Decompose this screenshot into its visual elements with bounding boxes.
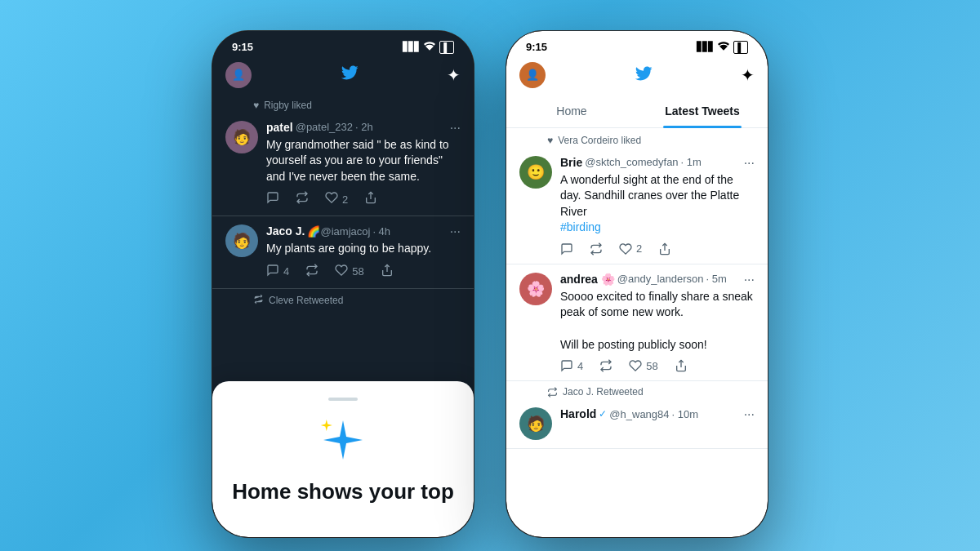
tweet-more-harold[interactable]: ··· <box>744 407 755 422</box>
phone-left: 9:15 ▋▋▋ ▌ 👤 ✦ <box>212 31 474 537</box>
tweet-name-patel: patel <box>266 121 293 134</box>
tweet-handle-andrea: @andy_landerson <box>617 273 704 285</box>
bottom-sheet-sparkle <box>229 417 457 473</box>
tweet-handle-harold: @h_wang84 <box>609 408 669 420</box>
tweet-more-patel[interactable]: ··· <box>450 121 461 136</box>
time-left: 9:15 <box>232 41 253 53</box>
like-count-jaco: 58 <box>352 265 363 278</box>
bottom-sheet-handle <box>328 398 358 401</box>
tweet-body-patel: patel @patel_232 · 2h ··· My grandmother… <box>266 121 461 208</box>
like-btn-brie[interactable]: 2 <box>619 242 642 256</box>
sparkle-btn-right[interactable]: ✦ <box>741 65 755 85</box>
reply-btn-jaco[interactable]: 4 <box>266 264 289 280</box>
tweet-actions-brie: 2 <box>560 242 755 256</box>
liked-user-left: Rigby liked <box>264 100 312 111</box>
tweet-jaco: 🧑 Jaco J. 🌈@iamjacoj · 4h ··· My plants … <box>212 216 474 289</box>
reply-count-andrea: 4 <box>577 360 583 372</box>
like-btn-jaco[interactable]: 58 <box>335 264 363 280</box>
tweet-name-andrea: andrea 🌸 <box>560 273 615 286</box>
twitter-logo-left <box>339 64 360 87</box>
tweet-handle-jaco: 🌈@iamjacoj <box>307 225 370 238</box>
tabs-right: Home Latest Tweets <box>506 95 768 128</box>
phone-right: 9:15 ▋▋▋ ▌ 👤 ✦ <box>506 31 768 537</box>
like-icon-patel <box>325 191 338 207</box>
tweet-actions-andrea: 4 58 <box>560 359 755 372</box>
tweet-header-patel: patel @patel_232 · 2h ··· <box>266 121 461 136</box>
retweet-notice-left: Cleve Retweeted <box>212 289 474 309</box>
like-icon-jaco <box>335 264 348 280</box>
battery-icon-left: ▌ <box>439 41 454 54</box>
wifi-icon-left <box>424 41 435 53</box>
phone-right-screen: 9:15 ▋▋▋ ▌ 👤 ✦ <box>506 31 768 537</box>
tweet-user-jaco: Jaco J. 🌈@iamjacoj · 4h <box>266 224 390 238</box>
bottom-sheet-title: Home shows your top <box>229 479 457 504</box>
reply-icon-patel <box>266 191 279 207</box>
tweet-handle-brie: @sktch_comedyfan <box>585 156 678 168</box>
tweet-more-jaco[interactable]: ··· <box>450 224 461 239</box>
retweet-icon-notice-left <box>253 294 264 307</box>
retweet-icon-patel <box>296 191 309 207</box>
tweet-time-patel: · 2h <box>355 121 373 133</box>
tab-latest-tweets[interactable]: Latest Tweets <box>637 95 768 127</box>
sparkle-btn-left[interactable]: ✦ <box>447 65 461 85</box>
tweet-avatar-jaco: 🧑 <box>225 224 258 257</box>
tweet-header-harold: Harold ✓ @h_wang84 · 10m ··· <box>560 407 755 422</box>
tweet-avatar-brie: 🙂 <box>519 156 552 189</box>
share-icon-jaco <box>381 264 394 280</box>
tweet-avatar-patel: 🧑 <box>225 121 258 153</box>
tweet-hashtag-brie[interactable]: #birding <box>560 220 601 233</box>
tweet-name-jaco: Jaco J. <box>266 224 305 238</box>
like-btn-patel[interactable]: 2 <box>325 191 348 207</box>
retweet-btn-andrea[interactable] <box>599 359 612 372</box>
tweet-brie: 🙂 Brie @sktch_comedyfan · 1m ··· A wonde… <box>506 148 768 264</box>
like-btn-andrea[interactable]: 58 <box>629 359 657 372</box>
liked-heart-right: ♥ <box>547 135 553 146</box>
status-icons-left: ▋▋▋ ▌ <box>403 41 454 54</box>
share-btn-brie[interactable] <box>658 242 671 256</box>
liked-notice-left: ♥ Rigby liked <box>212 95 474 113</box>
tweet-user-andrea: andrea 🌸 @andy_landerson · 5m <box>560 273 727 286</box>
retweet-btn-jaco[interactable] <box>305 264 318 280</box>
tweet-body-harold: Harold ✓ @h_wang84 · 10m ··· <box>560 407 755 440</box>
bottom-sheet: Home shows your top <box>212 381 474 537</box>
tweet-text-jaco: My plants are going to be happy. <box>266 241 461 257</box>
time-right: 9:15 <box>526 41 547 53</box>
tweet-time-jaco: · 4h <box>372 225 390 238</box>
reply-btn-brie[interactable] <box>560 242 573 256</box>
status-icons-right: ▋▋▋ ▌ <box>697 41 748 54</box>
retweet-icon-jaco <box>305 264 318 280</box>
tweet-avatar-andrea: 🌸 <box>519 273 552 305</box>
app-header-left: 👤 ✦ <box>212 57 474 95</box>
phone-left-screen: 9:15 ▋▋▋ ▌ 👤 ✦ <box>212 31 474 537</box>
reply-btn-patel[interactable] <box>266 191 279 207</box>
battery-icon-right: ▌ <box>733 41 748 54</box>
tweet-actions-patel: 2 <box>266 191 461 207</box>
header-avatar-right[interactable]: 👤 <box>519 62 546 88</box>
reply-btn-andrea[interactable]: 4 <box>560 359 583 372</box>
tweet-body-andrea: andrea 🌸 @andy_landerson · 5m ··· Soooo … <box>560 273 755 372</box>
share-btn-andrea[interactable] <box>675 359 688 372</box>
tweet-text-brie: A wonderful sight at the end of the day.… <box>560 172 755 236</box>
retweet-notice-right: Jaco J. Retweeted <box>506 381 768 399</box>
tweet-more-brie[interactable]: ··· <box>744 156 755 171</box>
tweet-handle-patel: @patel_232 <box>296 121 353 133</box>
tab-home[interactable]: Home <box>506 95 637 127</box>
phones-container: 9:15 ▋▋▋ ▌ 👤 ✦ <box>212 15 768 537</box>
tweet-header-jaco: Jaco J. 🌈@iamjacoj · 4h ··· <box>266 224 461 239</box>
tweet-time-brie: · 1m <box>681 156 702 168</box>
retweet-user-right: Jaco J. Retweeted <box>563 386 644 398</box>
signal-icon-left: ▋▋▋ <box>403 42 420 52</box>
wifi-icon-right <box>718 41 729 53</box>
retweet-btn-brie[interactable] <box>590 242 603 256</box>
tweet-header-andrea: andrea 🌸 @andy_landerson · 5m ··· <box>560 273 755 287</box>
share-btn-jaco[interactable] <box>381 264 394 280</box>
retweet-user-left: Cleve Retweeted <box>269 295 343 306</box>
tweet-more-andrea[interactable]: ··· <box>744 273 755 287</box>
retweet-btn-patel[interactable] <box>296 191 309 207</box>
tweet-header-brie: Brie @sktch_comedyfan · 1m ··· <box>560 156 755 171</box>
share-btn-patel[interactable] <box>364 191 377 207</box>
header-avatar-left[interactable]: 👤 <box>225 62 252 88</box>
signal-icon-right: ▋▋▋ <box>697 42 714 52</box>
liked-notice-right: ♥ Vera Cordeiro liked <box>506 128 768 148</box>
share-icon-patel <box>364 191 377 207</box>
